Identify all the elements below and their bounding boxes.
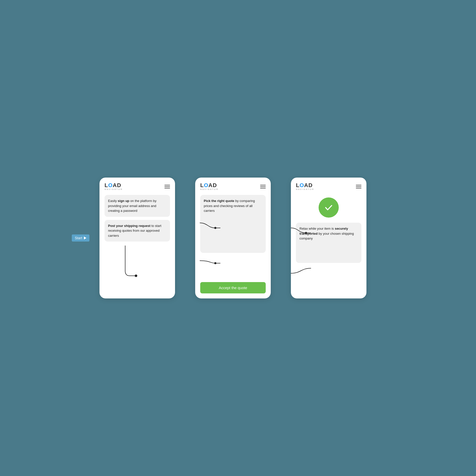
start-arrow-icon — [84, 236, 86, 240]
hamburger-menu-1[interactable] — [164, 185, 170, 188]
hamburger-line — [356, 188, 361, 188]
logo-3: LOAD NAVIGATOR — [296, 183, 314, 190]
hamburger-line — [356, 185, 361, 185]
phone-1: LOAD NAVIGATOR Easily sign up on the pla… — [99, 178, 175, 298]
logo-2: LOAD NAVIGATOR — [200, 183, 219, 190]
phones-row: LOAD NAVIGATOR Easily sign up on the pla… — [99, 178, 366, 298]
success-checkmark — [319, 197, 339, 218]
hamburger-line — [164, 186, 170, 187]
start-button[interactable]: Start — [72, 234, 89, 242]
logo-bar-1: LOAD NAVIGATOR — [105, 183, 170, 190]
card-pick-quote-text: Pick the right quote by comparing prices… — [204, 199, 255, 213]
hamburger-line — [164, 185, 170, 185]
card-post-text: Post your shipping request to start rece… — [108, 224, 161, 237]
hamburger-menu-3[interactable] — [356, 185, 361, 188]
card-post: Post your shipping request to start rece… — [105, 220, 170, 242]
accept-button-container: Accept the quote — [200, 282, 266, 293]
card-signup-text: Easily sign up on the platform by provid… — [108, 199, 156, 213]
phone-3: LOAD NAVIGATOR Relax while your item is … — [291, 178, 366, 298]
hamburger-line — [260, 186, 266, 187]
logo-text-1: LOAD — [105, 183, 123, 188]
hamburger-line — [260, 188, 266, 188]
checkmark-icon — [324, 202, 334, 213]
main-scene: Start — [99, 173, 377, 303]
logo-bar-2: LOAD NAVIGATOR — [200, 183, 266, 190]
logo-text-2: LOAD — [200, 183, 219, 188]
card-relax-text: Relax while your item is securely transp… — [299, 227, 354, 240]
card-pick-quote: Pick the right quote by comparing prices… — [200, 195, 266, 253]
hamburger-line — [356, 186, 361, 187]
logo-text-3: LOAD — [296, 183, 314, 188]
hamburger-line — [260, 185, 266, 185]
start-label: Start — [75, 236, 82, 240]
logo-subtitle-3: NAVIGATOR — [296, 188, 314, 190]
card-relax: Relax while your item is securely transp… — [296, 223, 361, 263]
logo-subtitle-1: NAVIGATOR — [105, 188, 123, 190]
logo-bar-3: LOAD NAVIGATOR — [296, 183, 361, 190]
card-signup: Easily sign up on the platform by provid… — [105, 195, 170, 217]
accept-quote-button[interactable]: Accept the quote — [200, 282, 266, 293]
logo-1: LOAD NAVIGATOR — [105, 183, 123, 190]
phone-2: LOAD NAVIGATOR Pick the right quote by c… — [195, 178, 271, 298]
hamburger-line — [164, 188, 170, 188]
hamburger-menu-2[interactable] — [260, 185, 266, 188]
logo-subtitle-2: NAVIGATOR — [200, 188, 219, 190]
